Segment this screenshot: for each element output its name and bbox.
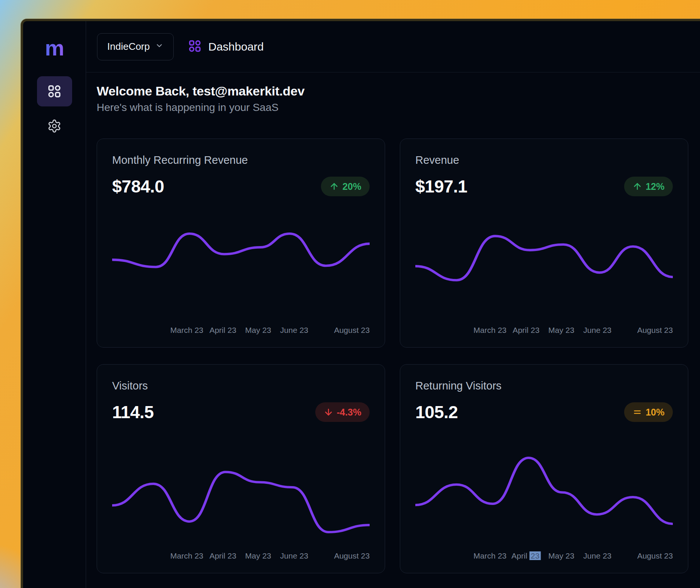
x-axis-label: May 23: [548, 326, 574, 335]
page-title: Dashboard: [208, 40, 264, 53]
arrow-down-icon: [324, 407, 333, 417]
x-axis-labels: March 23 April 23 May 23 June 23 August …: [112, 326, 370, 336]
line-chart: [112, 448, 370, 543]
x-axis-label: August 23: [637, 326, 673, 335]
layout-grid-icon: [188, 39, 202, 54]
card-value: $784.0: [112, 176, 164, 197]
trend-value: -4.3%: [337, 407, 361, 418]
trend-badge-up: 20%: [321, 177, 370, 196]
x-axis-label: April 23: [210, 326, 236, 335]
arrow-up-icon: [632, 182, 642, 191]
chart-line: [112, 234, 370, 267]
sidebar-nav: [37, 76, 72, 141]
x-axis-label: August 23: [334, 326, 370, 335]
chevron-down-icon: [155, 41, 163, 52]
card-value: 114.5: [112, 402, 154, 422]
x-axis-label: June 23: [280, 551, 308, 560]
makerkit-logo: m: [45, 37, 64, 59]
sidebar: m: [23, 21, 86, 588]
chart-line: [415, 458, 673, 524]
workspace-name: IndieCorp: [107, 41, 150, 52]
card-returning-visitors: Returning Visitors 105.2 10%: [400, 364, 688, 573]
x-axis-label-text: April: [512, 551, 527, 560]
app-window: m: [21, 19, 700, 588]
line-chart: [415, 448, 673, 543]
x-axis-label: May 23: [548, 551, 574, 560]
x-axis-label: April 23: [210, 551, 236, 560]
line-chart: [415, 226, 673, 291]
card-revenue: Revenue $197.1 12%: [400, 139, 688, 348]
value-row: 114.5 -4.3%: [112, 402, 370, 422]
sidebar-item-settings[interactable]: [37, 111, 72, 141]
card-value: 105.2: [415, 402, 458, 422]
value-row: 105.2 10%: [415, 402, 673, 422]
trend-badge-up: 12%: [624, 177, 673, 196]
trend-value: 12%: [646, 181, 665, 192]
equals-icon: [632, 407, 642, 417]
x-axis-label: March 23: [170, 326, 204, 335]
x-axis-label: May 23: [245, 326, 271, 335]
card-visitors: Visitors 114.5 -4.3%: [97, 364, 385, 573]
card-title: Visitors: [112, 380, 370, 392]
x-axis-label: June 23: [583, 326, 612, 335]
sidebar-item-dashboard[interactable]: [37, 76, 72, 106]
card-title: Monthly Recurring Revenue: [112, 154, 370, 166]
workspace-selector[interactable]: IndieCorp: [97, 33, 174, 60]
trend-badge-flat: 10%: [624, 402, 673, 422]
x-axis-labels: March 23 April 23 May 23 June 23 August …: [112, 551, 370, 561]
x-axis-label: March 23: [473, 551, 507, 560]
main-area: IndieCorp Dashboard Welcome Back,: [86, 21, 700, 588]
stats-grid: Monthly Recurring Revenue $784.0 20%: [97, 139, 688, 573]
x-axis-label: August 23: [334, 551, 370, 560]
x-axis-label: August 23: [637, 551, 673, 560]
card-title: Returning Visitors: [415, 380, 673, 392]
selected-text-highlight: 23: [530, 551, 541, 560]
card-title: Revenue: [415, 154, 673, 166]
x-axis-labels: March 23 April23 May 23 June 23 August 2…: [415, 551, 673, 561]
value-row: $784.0 20%: [112, 176, 370, 197]
x-axis-label: April 23: [513, 326, 540, 335]
trend-value: 20%: [342, 181, 361, 192]
x-axis-label: March 23: [170, 551, 204, 560]
x-axis-label: June 23: [280, 326, 308, 335]
x-axis-label: March 23: [473, 326, 507, 335]
trend-badge-down: -4.3%: [315, 402, 370, 422]
top-bar: IndieCorp Dashboard: [86, 21, 700, 72]
card-value: $197.1: [415, 176, 467, 197]
gear-icon: [47, 119, 62, 133]
welcome-subtitle: Here's what is happening in your SaaS: [97, 102, 688, 114]
layout-grid-icon: [47, 84, 62, 99]
trend-value: 10%: [646, 407, 665, 418]
card-monthly-recurring-revenue: Monthly Recurring Revenue $784.0 20%: [97, 139, 385, 348]
value-row: $197.1 12%: [415, 176, 673, 197]
arrow-up-icon: [329, 182, 339, 191]
page-header: Dashboard: [188, 39, 264, 54]
x-axis-label: April23: [512, 551, 541, 560]
dashboard-content: Welcome Back, test@makerkit.dev Here's w…: [86, 72, 700, 573]
chart-line: [415, 236, 673, 280]
x-axis-labels: March 23 April 23 May 23 June 23 August …: [415, 326, 673, 336]
line-chart: [112, 226, 370, 291]
welcome-title: Welcome Back, test@makerkit.dev: [97, 84, 688, 99]
chart-line: [112, 472, 370, 532]
x-axis-label: June 23: [583, 551, 612, 560]
x-axis-label: May 23: [245, 551, 271, 560]
